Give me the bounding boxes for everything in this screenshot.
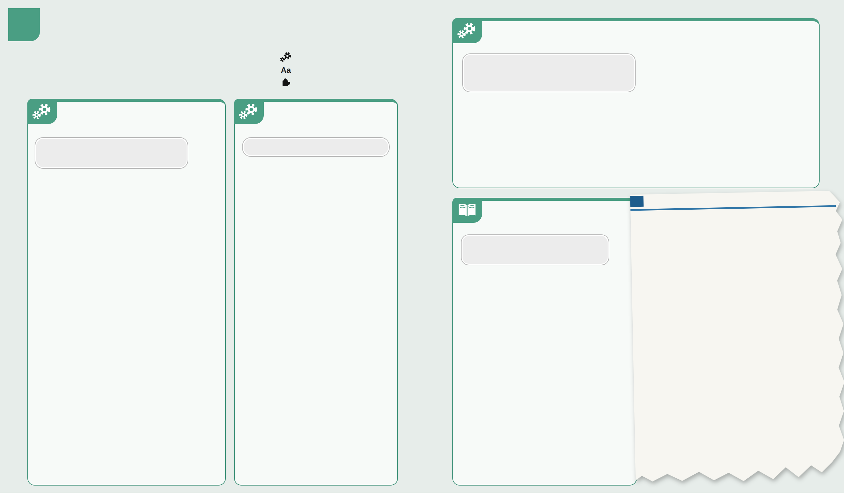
info-row: [279, 52, 417, 62]
gears-icon: [234, 99, 264, 124]
exercise-28-4-panel: [452, 198, 637, 486]
exercise-28-3-panel: [452, 18, 820, 188]
info-row: [279, 78, 417, 86]
divider: [630, 205, 836, 211]
example-box: [461, 234, 609, 265]
exercise-title: [489, 24, 785, 35]
newspaper-page-number: [630, 196, 644, 207]
book-spread: Aa: [0, 0, 844, 504]
puzzle-icon: [279, 78, 293, 86]
page-edge: [0, 493, 844, 504]
exercise-28-2-panel: [234, 99, 398, 486]
example-box: [35, 137, 188, 169]
gears-icon: [452, 18, 482, 43]
book-icon: [452, 198, 482, 223]
info-row: Aa: [279, 66, 417, 75]
gears-icon: [28, 99, 57, 124]
exercise-title: [64, 105, 219, 115]
example-box: [462, 53, 636, 92]
exercise-title: [270, 105, 389, 115]
gears-icon: [279, 52, 293, 62]
aa-icon: Aa: [279, 66, 293, 75]
lesson-info-box: Aa: [279, 52, 417, 90]
property-advertisement-clipping: [630, 191, 844, 485]
exercise-title: [489, 204, 627, 214]
example-box: [242, 137, 390, 157]
unit-number-box: [8, 8, 40, 41]
exercise-28-1-panel: [28, 99, 226, 486]
